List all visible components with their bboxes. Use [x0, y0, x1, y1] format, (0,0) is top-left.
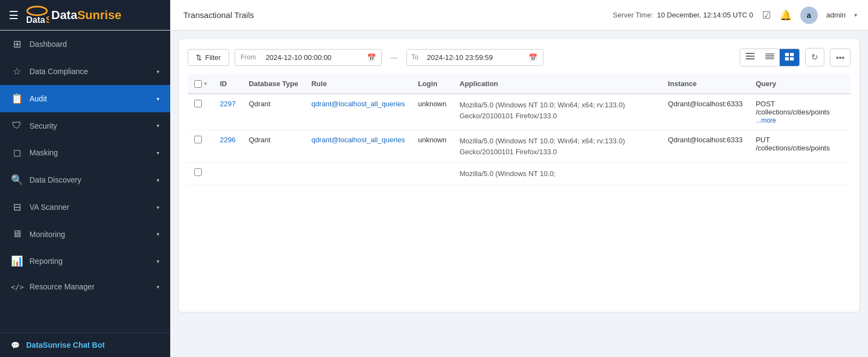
caret-icon: ▾ [157, 258, 159, 264]
admin-caret-icon[interactable]: ▾ [854, 12, 857, 18]
to-date-input[interactable] [423, 50, 523, 65]
svg-rect-10 [785, 53, 789, 56]
logo-area: ☰ Data S DataSunrise [0, 0, 170, 30]
dashboard-icon: ⊞ [11, 38, 23, 50]
main-content: ⇅ Filter From 📅 — To 📅 [170, 31, 868, 357]
table-row: Mozilla/5.0 (Windows NT 10.0; [188, 163, 851, 185]
sidebar-item-label: Data Compliance [29, 67, 150, 76]
svg-point-0 [27, 7, 47, 15]
date-range-to: To 📅 [406, 49, 543, 66]
select-all-caret[interactable]: ▾ [204, 81, 207, 87]
cell-id [213, 163, 242, 185]
caret-icon: ▾ [157, 204, 159, 210]
cell-rule [305, 163, 411, 185]
cell-id: 2297 [213, 94, 242, 130]
query-text: POST /collections/cities/points [756, 100, 830, 116]
cell-instance: Qdrant@localhost:6333 [661, 130, 749, 163]
view-table-icon-button[interactable] [780, 49, 799, 66]
top-header: ☰ Data S DataSunrise Transactional Trail… [0, 0, 868, 31]
table-row: 2297 Qdrant qdrant@localhost_all_queries… [188, 94, 851, 130]
view-toggle [740, 49, 800, 66]
table-view-icon [785, 53, 794, 60]
menu-toggle-icon[interactable]: ☰ [9, 9, 19, 22]
application-text: Mozilla/5.0 (Windows NT 10.0; Win64; x64… [459, 100, 655, 121]
toolbar: ⇅ Filter From 📅 — To 📅 [188, 48, 851, 66]
rule-link[interactable]: qdrant@localhost_all_queries [312, 136, 405, 144]
chatbot-item[interactable]: 💬 DataSunrise Chat Bot [0, 332, 170, 357]
svg-rect-9 [765, 58, 774, 59]
row-checkbox-cell [188, 163, 213, 185]
main-layout: ⊞ Dashboard ☆ Data Compliance ▾ 📋 Audit … [0, 31, 868, 357]
row-checkbox-cell [188, 130, 213, 163]
table-row: 2296 Qdrant qdrant@localhost_all_queries… [188, 130, 851, 163]
col-header-login: Login [411, 74, 453, 94]
chatbot-icon: 💬 [11, 341, 20, 349]
filter-button[interactable]: ⇅ Filter [188, 49, 229, 66]
header-right: Server Time: 10 December, 12:14:05 UTC 0… [602, 7, 868, 24]
svg-rect-11 [790, 53, 794, 56]
data-compliance-icon: ☆ [11, 65, 23, 77]
calendar-from-icon[interactable]: 📅 [362, 50, 381, 65]
sidebar-item-data-discovery[interactable]: 🔍 Data Discovery ▾ [0, 166, 170, 193]
select-all-checkbox[interactable] [194, 80, 202, 88]
row-checkbox-cell [188, 94, 213, 130]
date-separator: — [387, 53, 401, 62]
sidebar-item-data-compliance[interactable]: ☆ Data Compliance ▾ [0, 58, 170, 85]
list-view-icon [746, 53, 755, 60]
sidebar-item-dashboard[interactable]: ⊞ Dashboard [0, 31, 170, 58]
col-header-rule: Rule [305, 74, 411, 94]
from-date-input[interactable] [261, 50, 362, 65]
svg-text:S: S [46, 15, 49, 25]
compact-view-icon [765, 53, 774, 60]
reporting-icon: 📊 [11, 255, 23, 267]
caret-icon: ▾ [157, 69, 159, 75]
cell-database-type [242, 163, 305, 185]
row-checkbox[interactable] [194, 100, 202, 107]
refresh-button[interactable]: ↻ [805, 48, 824, 66]
row-checkbox[interactable] [194, 168, 202, 176]
sidebar-item-label: Monitoring [29, 230, 150, 239]
bell-icon[interactable]: 🔔 [780, 9, 792, 21]
col-header-instance: Instance [661, 74, 749, 94]
cell-application: Mozilla/5.0 (Windows NT 10.0; Win64; x64… [453, 94, 661, 130]
row-checkbox[interactable] [194, 136, 202, 143]
id-link[interactable]: 2296 [220, 136, 236, 144]
id-link[interactable]: 2297 [220, 100, 236, 108]
svg-rect-7 [765, 55, 774, 56]
logo-data: Data [51, 8, 77, 22]
rule-link[interactable]: qdrant@localhost_all_queries [312, 100, 405, 108]
sidebar-item-va-scanner[interactable]: ⊟ VA Scanner ▾ [0, 193, 170, 221]
sidebar: ⊞ Dashboard ☆ Data Compliance ▾ 📋 Audit … [0, 31, 170, 357]
sidebar-item-security[interactable]: 🛡 Security ▾ [0, 112, 170, 139]
sidebar-item-label: Data Discovery [29, 176, 150, 184]
svg-rect-8 [765, 57, 774, 58]
sidebar-item-label: Reporting [29, 257, 150, 265]
sidebar-item-audit[interactable]: 📋 Audit ▾ [0, 85, 170, 112]
sidebar-item-reporting[interactable]: 📊 Reporting ▾ [0, 247, 170, 275]
check-icon[interactable]: ☑ [762, 9, 771, 21]
data-table: ▾ ID Database Type Rule Login Applicatio… [188, 74, 851, 185]
cell-instance [661, 163, 749, 185]
monitoring-icon: 🖥 [11, 228, 23, 240]
svg-rect-12 [785, 57, 789, 60]
cell-query [749, 163, 851, 185]
calendar-to-icon[interactable]: 📅 [523, 50, 543, 65]
more-options-button[interactable]: ••• [830, 49, 851, 66]
sidebar-item-label: Masking [29, 148, 150, 157]
cell-application: Mozilla/5.0 (Windows NT 10.0; [453, 163, 661, 185]
query-more-link[interactable]: ...more [756, 117, 776, 124]
svg-rect-6 [765, 53, 774, 55]
va-scanner-icon: ⊟ [11, 201, 23, 213]
view-list-icon-button[interactable] [740, 49, 760, 66]
col-header-application: Application [453, 74, 661, 94]
sidebar-item-masking[interactable]: ◻ Masking ▾ [0, 139, 170, 166]
view-compact-icon-button[interactable] [760, 49, 780, 66]
sidebar-item-monitoring[interactable]: 🖥 Monitoring ▾ [0, 221, 170, 247]
cell-database-type: Qdrant [242, 130, 305, 163]
svg-rect-4 [746, 56, 755, 57]
sidebar-item-label: VA Scanner [29, 203, 150, 211]
cell-login [411, 163, 453, 185]
sidebar-item-resource-manager[interactable]: </> Resource Manager ▾ [0, 275, 170, 299]
application-text: Mozilla/5.0 (Windows NT 10.0; Win64; x64… [459, 136, 655, 157]
avatar[interactable]: a [800, 7, 818, 24]
